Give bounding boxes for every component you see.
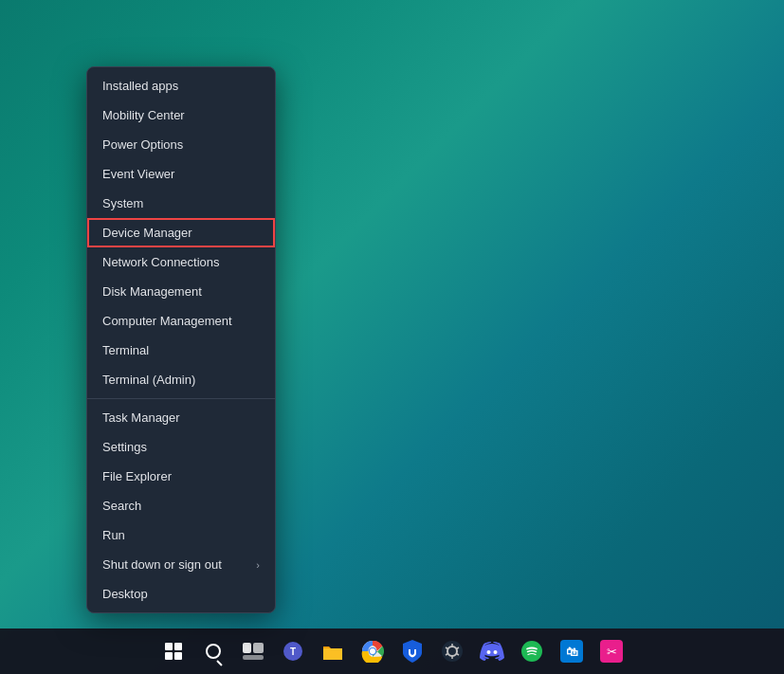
menu-item-shut-down[interactable]: Shut down or sign out› bbox=[87, 550, 275, 579]
menu-item-search[interactable]: Search bbox=[87, 491, 275, 520]
menu-item-label: Task Manager bbox=[102, 410, 180, 425]
svg-text:🛍: 🛍 bbox=[565, 645, 577, 659]
discord-button[interactable] bbox=[473, 632, 511, 670]
start-button[interactable] bbox=[155, 632, 192, 670]
steam-icon bbox=[441, 640, 464, 663]
svg-text:T: T bbox=[289, 647, 295, 657]
menu-item-label: Mobility Center bbox=[102, 108, 185, 122]
menu-item-label: Terminal (Admin) bbox=[102, 373, 195, 387]
search-icon bbox=[206, 644, 221, 659]
teams-button[interactable]: T bbox=[274, 632, 312, 670]
menu-item-power-options[interactable]: Power Options bbox=[87, 130, 275, 159]
menu-item-file-explorer[interactable]: File Explorer bbox=[87, 462, 275, 491]
submenu-chevron-icon: › bbox=[256, 559, 260, 571]
windows-icon bbox=[165, 643, 182, 660]
svg-rect-2 bbox=[243, 655, 264, 660]
menu-item-run[interactable]: Run bbox=[87, 520, 275, 550]
folder-icon bbox=[321, 641, 344, 662]
menu-item-system[interactable]: System bbox=[87, 189, 275, 218]
menu-item-label: Network Connections bbox=[102, 255, 220, 269]
menu-item-label: Power Options bbox=[102, 137, 183, 152]
menu-item-label: Installed apps bbox=[102, 79, 178, 93]
menu-item-label: System bbox=[102, 196, 143, 210]
menu-item-terminal-admin[interactable]: Terminal (Admin) bbox=[87, 365, 275, 394]
steam-button[interactable] bbox=[433, 632, 471, 670]
spotify-icon bbox=[520, 640, 543, 663]
spotify-button[interactable] bbox=[513, 632, 551, 670]
discord-icon bbox=[480, 642, 504, 661]
menu-item-label: Settings bbox=[102, 440, 147, 454]
taskview-button[interactable] bbox=[234, 632, 272, 670]
menu-item-label: Disk Management bbox=[102, 284, 202, 299]
menu-item-label: Device Manager bbox=[102, 226, 192, 240]
svg-rect-1 bbox=[253, 643, 264, 653]
menu-item-task-manager[interactable]: Task Manager bbox=[87, 403, 275, 432]
svg-point-7 bbox=[370, 648, 375, 654]
menu-item-network-connections[interactable]: Network Connections bbox=[87, 247, 275, 277]
menu-item-mobility-center[interactable]: Mobility Center bbox=[87, 100, 275, 130]
menu-item-label: File Explorer bbox=[102, 469, 172, 483]
bitwarden-icon bbox=[403, 640, 422, 663]
teams-icon: T bbox=[282, 640, 304, 663]
menu-item-label: Desktop bbox=[102, 587, 148, 601]
svg-point-19 bbox=[493, 650, 497, 654]
snipping-icon: ✂ bbox=[600, 640, 623, 663]
taskview-icon bbox=[243, 643, 264, 660]
taskbar-icons-row: T bbox=[155, 632, 630, 670]
menu-item-label: Run bbox=[102, 528, 125, 542]
msstore-button[interactable]: 🛍 bbox=[553, 632, 591, 670]
file-explorer-button[interactable] bbox=[314, 632, 352, 670]
menu-item-computer-management[interactable]: Computer Management bbox=[87, 306, 275, 336]
menu-item-disk-management[interactable]: Disk Management bbox=[87, 277, 275, 306]
svg-rect-0 bbox=[243, 643, 251, 653]
chrome-button[interactable] bbox=[354, 632, 392, 670]
menu-item-event-viewer[interactable]: Event Viewer bbox=[87, 159, 275, 189]
menu-item-desktop[interactable]: Desktop bbox=[87, 579, 275, 609]
svg-text:✂: ✂ bbox=[606, 645, 616, 659]
desktop: Installed appsMobility CenterPower Optio… bbox=[0, 0, 784, 674]
menu-item-settings[interactable]: Settings bbox=[87, 432, 275, 462]
bitwarden-button[interactable] bbox=[393, 632, 431, 670]
menu-item-label: Event Viewer bbox=[102, 167, 174, 181]
menu-item-installed-apps[interactable]: Installed apps bbox=[87, 71, 275, 100]
menu-divider bbox=[87, 398, 275, 399]
menu-item-device-manager[interactable]: Device Manager bbox=[87, 218, 275, 247]
menu-item-label: Search bbox=[102, 499, 141, 513]
menu-item-label: Computer Management bbox=[102, 314, 232, 328]
msstore-icon: 🛍 bbox=[560, 640, 583, 663]
menu-item-terminal[interactable]: Terminal bbox=[87, 336, 275, 365]
svg-point-18 bbox=[486, 650, 490, 654]
menu-item-label: Shut down or sign out bbox=[102, 557, 222, 572]
context-menu: Installed appsMobility CenterPower Optio… bbox=[86, 66, 276, 613]
chrome-icon bbox=[361, 640, 384, 663]
snipping-tool-button[interactable]: ✂ bbox=[593, 632, 630, 670]
menu-item-label: Terminal bbox=[102, 343, 149, 357]
taskbar: T bbox=[0, 628, 784, 674]
taskbar-search-button[interactable] bbox=[194, 632, 232, 670]
